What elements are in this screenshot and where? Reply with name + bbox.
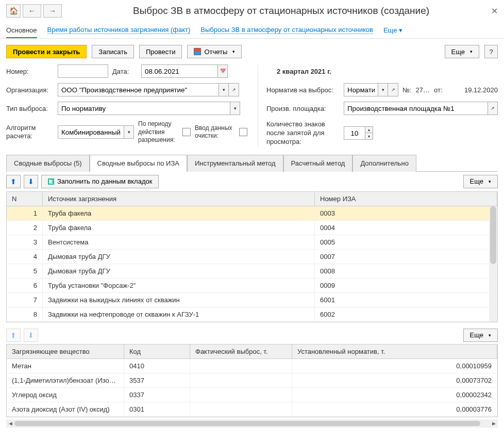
col-n[interactable]: N [7,192,43,206]
detail-move-down-button: ⬇ [24,329,38,342]
cell-fact [190,373,292,387]
back-button[interactable]: ← [23,4,41,18]
site-open-icon[interactable]: ↗ [488,102,498,115]
alg-dropdown-icon[interactable]: ▾ [124,125,134,139]
scroll-left-icon[interactable]: ◀ [6,419,14,428]
forward-button[interactable]: → [43,4,62,18]
write-button[interactable]: Записать [92,45,134,58]
fill-button[interactable]: Заполнить по данным вкладок [41,175,159,188]
table-row[interactable]: 5Дымовая труба ДГУ0008 [7,264,497,279]
detail-more-button[interactable]: Еще [463,329,498,342]
table-more-button[interactable]: Еще [463,175,498,188]
cell-source: Труба установки "Форсаж-2" [43,279,315,292]
type-input[interactable] [58,102,230,115]
cell-fact [190,402,292,416]
decimals-down-icon[interactable]: ▼ [365,133,373,139]
dcol-fact[interactable]: Фактический выброс, т. [190,345,292,358]
org-dropdown-icon[interactable]: ▾ [219,83,229,96]
cell-code: 0301 [124,402,190,416]
org-open-icon[interactable]: ↗ [229,83,239,96]
arrow-up-icon: ⬆ [10,331,16,339]
dcol-norm[interactable]: Установленный норматив, т. [292,345,497,358]
type-dropdown-icon[interactable]: ▾ [230,102,240,115]
cell-norm: 0,00010959 [292,359,497,373]
cell-n: 8 [7,307,43,321]
pollutants-table: Загрязняющее вещество Код Фактический вы… [6,344,498,417]
table-row[interactable]: (1,1-Диметилэтил)бензоат (Изобут...35370… [7,373,497,388]
cell-substance: Азота диоксид (Азот (IV) оксид) [7,402,124,416]
cell-n: 5 [7,264,43,278]
norm-label: Норматив на выброс: [266,86,340,94]
arrow-down-icon: ⬇ [28,331,34,339]
norm-dropdown-icon[interactable]: ▾ [378,83,388,96]
tab-additional[interactable]: Дополнительно [352,155,416,172]
dcol-substance[interactable]: Загрязняющее вещество [7,345,124,358]
table-row[interactable]: 6Труба установки "Форсаж-2"0009 [7,279,497,293]
cell-substance: (1,1-Диметилэтил)бензоат (Изобут... [7,373,124,387]
norm-open-icon[interactable]: ↗ [388,83,398,96]
org-input[interactable] [58,83,219,96]
help-button[interactable]: ? [484,45,498,58]
input-clean-label: Ввод данных очистки: [195,124,235,140]
type-label: Тип выброса: [6,105,54,112]
nav-tab-emissions[interactable]: Выбросы ЗВ в атмосферу от стационарных и… [200,26,373,34]
input-clean-checkbox[interactable] [239,128,247,136]
tab-instrumental[interactable]: Инструментальный метод [187,155,283,172]
norm-num-value: 27… [416,86,430,94]
nav-more-link[interactable]: Еще ▾ [383,26,402,34]
cell-fact [190,388,292,402]
cell-fact [190,359,292,373]
home-button[interactable]: 🏠 [6,4,21,18]
dcol-code[interactable]: Код [124,345,190,358]
table-row[interactable]: Азота диоксид (Азот (IV) оксид)03010,000… [7,402,497,417]
table-row[interactable]: 2Труба факела0004 [7,221,497,235]
date-input[interactable] [141,64,217,78]
close-icon[interactable]: ✕ [491,6,498,16]
col-iza[interactable]: Номер ИЗА [315,192,497,206]
table-row[interactable]: Углерод оксид03370,00002342 [7,388,497,402]
table-row[interactable]: 8Задвижки на нефтепроводе от скважин к А… [7,307,497,322]
cell-source: Дымовая труба ДГУ [43,264,315,278]
move-up-button[interactable]: ⬆ [6,175,21,188]
table-row[interactable]: 4Дымовая труба ДГУ0007 [7,250,497,264]
move-down-button[interactable]: ⬇ [24,175,38,188]
more-button[interactable]: Еще [445,45,479,58]
norm-input[interactable] [344,83,378,96]
table-row[interactable]: 7Задвижки на выкидных линиях от скважин6… [7,293,497,307]
scrollbar-vertical[interactable] [489,206,497,322]
detail-move-up-button: ⬆ [6,329,21,342]
reports-button[interactable]: Отчеты [187,45,242,58]
cell-source: Труба факела [43,206,315,220]
calendar-icon[interactable]: 📅 [217,64,228,78]
tab-summary-iza[interactable]: Сводные выбросы по ИЗА [90,155,187,172]
tab-calculated[interactable]: Расчетный метод [283,155,353,172]
nav-tab-worktime[interactable]: Время работы источников загрязнения (фак… [47,26,191,34]
scroll-right-icon[interactable]: ▶ [490,419,498,428]
col-source[interactable]: Источник загрязнения [43,192,315,206]
cell-source: Задвижки на нефтепроводе от скважин к АГ… [43,307,315,321]
cell-n: 1 [7,206,43,220]
post-button[interactable]: Провести [139,45,182,58]
table-row[interactable]: 3Вентсистема0005 [7,235,497,250]
cell-n: 7 [7,293,43,307]
cell-iza: 0007 [315,250,497,264]
table-row[interactable]: Метан04100,00010959 [7,359,497,373]
nav-tab-main[interactable]: Основное [6,26,37,38]
quarter-label: 2 квартал 2021 г. [277,68,331,75]
number-input[interactable] [58,64,108,78]
alg-input[interactable] [58,125,124,139]
decimals-label: Количество знаков после запятой для прос… [266,120,340,146]
by-period-checkbox[interactable] [182,128,191,136]
scrollbar-horizontal[interactable]: ◀ ▶ [6,419,498,428]
cell-source: Задвижки на выкидных линиях от скважин [43,293,315,307]
table-row[interactable]: 1Труба факела0003 [7,206,497,221]
site-input[interactable] [344,102,488,115]
tab-summary[interactable]: Сводные выбросы (5) [6,155,90,172]
sources-table: N Источник загрязнения Номер ИЗА 1Труба … [6,191,498,322]
cell-code: 0410 [124,359,190,373]
cell-substance: Метан [7,359,124,373]
decimals-input[interactable] [344,126,365,140]
decimals-up-icon[interactable]: ▲ [365,127,373,133]
save-close-button[interactable]: Провести и закрыть [6,45,87,58]
norm-from-label: от: [434,86,443,94]
